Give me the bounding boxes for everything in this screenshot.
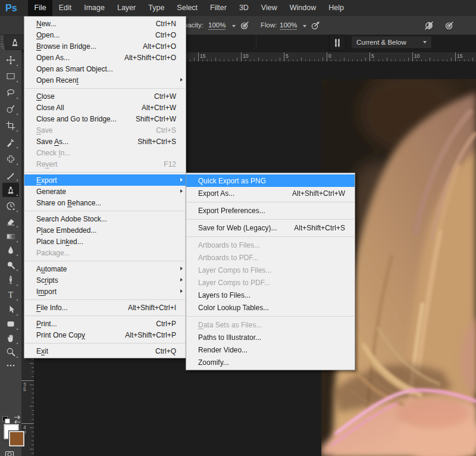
menu-item-automate[interactable]: Automate bbox=[24, 263, 186, 274]
menu-item-paths-to-illustrator[interactable]: Paths to Illustrator... bbox=[186, 331, 355, 343]
airbrush-icon[interactable] bbox=[239, 20, 250, 31]
gradient-tool[interactable] bbox=[2, 229, 19, 243]
menu-item-check-in[interactable]: Check In... bbox=[24, 147, 186, 158]
menu-item-search-adobe-stock[interactable]: Search Adobe Stock... bbox=[24, 213, 186, 224]
menu-item-export[interactable]: Export bbox=[24, 174, 186, 186]
hand-tool[interactable] bbox=[2, 331, 19, 345]
menubar-item-filter[interactable]: Filter bbox=[204, 0, 233, 16]
menu-item-close[interactable]: CloseCtrl+W bbox=[24, 90, 186, 102]
blur-tool[interactable] bbox=[2, 243, 19, 257]
quick-selection-tool[interactable] bbox=[2, 102, 19, 116]
opacity-dropdown-caret[interactable] bbox=[228, 16, 236, 35]
menu-item-import[interactable]: Import bbox=[24, 286, 186, 297]
menubar-item-file[interactable]: File bbox=[28, 0, 52, 16]
lasso-tool[interactable] bbox=[2, 86, 19, 100]
menu-item-save-for-web-legacy[interactable]: Save for Web (Legacy)...Alt+Shift+Ctrl+S bbox=[186, 221, 355, 234]
menu-item-zoomify[interactable]: Zoomify... bbox=[186, 356, 355, 368]
menubar-item-select[interactable]: Select bbox=[171, 0, 204, 16]
path-selection-tool[interactable] bbox=[2, 302, 19, 317]
opacity-value[interactable]: 100% bbox=[208, 16, 226, 30]
clone-stamp-tool[interactable] bbox=[2, 183, 19, 197]
menu-shortcut: Alt+Shift+Ctrl+I bbox=[128, 304, 176, 312]
sample-dropdown[interactable]: Current & Below bbox=[351, 36, 432, 49]
pen-tool[interactable] bbox=[2, 273, 19, 287]
menu-item-export-as[interactable]: Export As...Alt+Shift+Ctrl+W bbox=[186, 187, 355, 199]
menu-item-render-video[interactable]: Render Video... bbox=[186, 343, 355, 356]
history-brush-tool[interactable] bbox=[2, 199, 19, 213]
menu-item-data-sets-as-files[interactable]: Data Sets as Files... bbox=[186, 318, 355, 331]
flyout-triangle-icon bbox=[16, 113, 18, 115]
menu-item-close-and-go-to-bridge[interactable]: Close and Go to Bridge...Shift+Ctrl+W bbox=[24, 113, 186, 124]
eraser-tool[interactable] bbox=[2, 214, 19, 229]
menu-item-open-as[interactable]: Open As...Alt+Shift+Ctrl+O bbox=[24, 52, 186, 63]
move-tool[interactable] bbox=[2, 53, 19, 67]
quick-mask-button[interactable] bbox=[4, 449, 15, 456]
menubar: Ps FileEditImageLayerTypeSelectFilter3DV… bbox=[0, 0, 476, 16]
menu-item-layer-comps-to-pdf[interactable]: Layer Comps to PDF... bbox=[186, 276, 355, 289]
background-color-swatch[interactable] bbox=[9, 431, 24, 446]
menu-item-scripts[interactable]: Scripts bbox=[24, 274, 186, 286]
eyedropper-tool[interactable] bbox=[2, 135, 19, 149]
rectangle-shape-tool[interactable] bbox=[2, 317, 19, 331]
pressure-size-icon[interactable] bbox=[444, 20, 455, 31]
menu-item-label: Layer Comps to PDF... bbox=[198, 279, 270, 287]
default-colors-icon[interactable] bbox=[2, 416, 10, 424]
crop-tool[interactable] bbox=[2, 118, 19, 133]
tool-preset-picker[interactable] bbox=[5, 35, 25, 50]
menu-item-share-on-behance[interactable]: Share on Behance... bbox=[24, 197, 186, 208]
tools-panel: » T bbox=[0, 35, 21, 456]
menu-item-place-embedded[interactable]: Place Embedded... bbox=[24, 224, 186, 236]
menu-item-label: Browse in Bridge... bbox=[36, 42, 96, 51]
menu-item-save[interactable]: SaveCtrl+S bbox=[24, 124, 186, 136]
menu-item-open-recent[interactable]: Open Recent bbox=[24, 74, 186, 86]
brush-icon bbox=[5, 170, 16, 180]
menu-item-print[interactable]: Print...Ctrl+P bbox=[24, 318, 186, 329]
menu-item-place-linked[interactable]: Place Linked... bbox=[24, 236, 186, 247]
pen-icon bbox=[5, 274, 16, 285]
dodge-tool[interactable] bbox=[2, 258, 19, 272]
menu-item-artboards-to-pdf[interactable]: Artboards to PDF... bbox=[186, 251, 355, 264]
brush-tool[interactable] bbox=[2, 168, 19, 182]
menu-item-package[interactable]: Package... bbox=[24, 247, 186, 258]
ignore-adjustment-layers-icon[interactable] bbox=[424, 20, 434, 31]
menu-item-quick-export-as-png[interactable]: Quick Export as PNG bbox=[186, 174, 355, 187]
clone-source-panel-toggle[interactable] bbox=[329, 35, 346, 51]
type-tool[interactable]: T bbox=[2, 288, 19, 302]
menubar-item-view[interactable]: View bbox=[255, 0, 283, 16]
menubar-item-edit[interactable]: Edit bbox=[52, 0, 78, 16]
spot-healing-brush-tool[interactable] bbox=[2, 152, 19, 166]
menu-item-browse-in-bridge[interactable]: Browse in Bridge...Alt+Ctrl+O bbox=[24, 40, 186, 52]
menubar-item-window[interactable]: Window bbox=[283, 0, 322, 16]
menu-item-save-as[interactable]: Save As...Shift+Ctrl+S bbox=[24, 136, 186, 147]
menubar-item-3d[interactable]: 3D bbox=[233, 0, 255, 16]
menu-item-export-preferences[interactable]: Export Preferences... bbox=[186, 204, 355, 217]
menu-item-color-lookup-tables[interactable]: Color Lookup Tables... bbox=[186, 301, 355, 314]
flow-dropdown-caret[interactable] bbox=[299, 16, 306, 35]
menu-item-close-all[interactable]: Close AllAlt+Ctrl+W bbox=[24, 102, 186, 113]
airbrush-pressure-icon[interactable] bbox=[310, 20, 321, 31]
menu-item-open-as-smart-object[interactable]: Open as Smart Object... bbox=[24, 63, 186, 74]
menu-separator bbox=[25, 211, 185, 211]
menu-item-new[interactable]: New...Ctrl+N bbox=[24, 18, 186, 29]
menu-item-layers-to-files[interactable]: Layers to Files... bbox=[186, 289, 355, 301]
menu-item-label: Artboards to PDF... bbox=[198, 254, 258, 262]
flow-value[interactable]: 100% bbox=[280, 16, 297, 30]
menu-item-label: Data Sets as Files... bbox=[198, 321, 262, 329]
submenu-arrow-icon bbox=[180, 178, 183, 182]
menu-item-exit[interactable]: ExitCtrl+Q bbox=[24, 345, 186, 357]
menubar-item-help[interactable]: Help bbox=[322, 0, 350, 16]
menu-item-generate[interactable]: Generate bbox=[24, 186, 186, 197]
rectangular-marquee-tool[interactable] bbox=[2, 69, 19, 83]
menu-item-artboards-to-files[interactable]: Artboards to Files... bbox=[186, 239, 355, 251]
menubar-item-layer[interactable]: Layer bbox=[111, 0, 142, 16]
menu-item-revert[interactable]: RevertF12 bbox=[24, 158, 186, 170]
menubar-item-image[interactable]: Image bbox=[78, 0, 111, 16]
menu-item-open[interactable]: Open...Ctrl+O bbox=[24, 29, 186, 40]
menu-item-file-info[interactable]: File Info...Alt+Shift+Ctrl+I bbox=[24, 302, 186, 313]
edit-toolbar-ellipsis-tool[interactable] bbox=[2, 358, 19, 373]
menu-separator bbox=[187, 316, 354, 317]
menubar-item-type[interactable]: Type bbox=[142, 0, 171, 16]
menu-item-layer-comps-to-files[interactable]: Layer Comps to Files... bbox=[186, 264, 355, 276]
zoom-tool[interactable] bbox=[2, 345, 19, 359]
menu-item-print-one-copy[interactable]: Print One CopyAlt+Shift+Ctrl+P bbox=[24, 329, 186, 341]
